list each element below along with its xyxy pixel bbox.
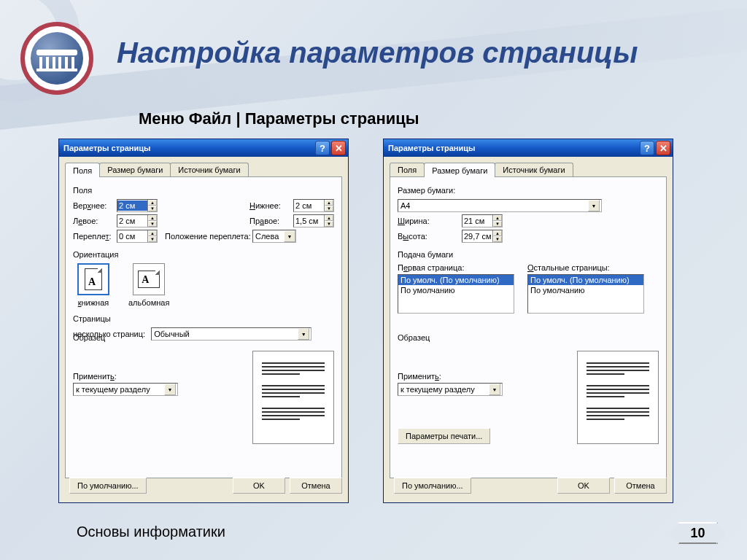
label-top: Верхнее:: [73, 201, 117, 210]
page-preview: [577, 351, 659, 444]
input-width[interactable]: ▲▼: [462, 214, 503, 228]
chevron-down-icon: ▼: [148, 206, 157, 211]
tab-paper-size[interactable]: Размер бумаги: [424, 163, 495, 177]
slide-footer: Основы информатики: [77, 524, 225, 540]
cancel-button[interactable]: Отмена: [614, 478, 667, 494]
help-icon[interactable]: ?: [640, 141, 654, 155]
tab-paper-source[interactable]: Источник бумаги: [170, 163, 248, 176]
ok-button[interactable]: OK: [557, 478, 610, 494]
group-margins-title: Поля: [73, 186, 334, 195]
label-first-page: Первая страница:: [398, 263, 514, 272]
input-margin-right[interactable]: ▲▼: [293, 214, 334, 228]
tab-paper-source[interactable]: Источник бумаги: [495, 163, 573, 176]
input-gutter[interactable]: ▲▼: [117, 230, 158, 243]
label-bottom: Нижнее:: [249, 201, 293, 210]
university-logo: [20, 22, 93, 95]
tab-paper-size[interactable]: Размер бумаги: [99, 163, 171, 176]
tab-fields[interactable]: Поля: [390, 163, 425, 176]
input-margin-top[interactable]: ▲▼: [117, 199, 158, 212]
window-title: Параметры страницы: [388, 144, 638, 152]
label-apply: Применить:: [73, 372, 178, 381]
close-icon[interactable]: ✕: [331, 141, 346, 155]
label-left: Левое:: [73, 217, 117, 225]
group-paper-size-title: Размер бумаги:: [398, 186, 659, 195]
combo-apply-to[interactable]: ▼: [73, 383, 178, 396]
chevron-down-icon: ▼: [588, 200, 600, 211]
chevron-down-icon: ▼: [489, 384, 500, 395]
combo-paper-size[interactable]: ▼: [398, 199, 602, 212]
slide-page-number: 10: [678, 522, 718, 544]
default-button[interactable]: По умолчанию...: [394, 478, 471, 494]
input-margin-left[interactable]: ▲▼: [117, 214, 158, 228]
label-other-pages: Остальные страницы:: [527, 263, 644, 272]
combo-apply-to[interactable]: ▼: [398, 383, 503, 396]
orientation-landscape[interactable]: A альбомная: [128, 263, 169, 307]
close-icon[interactable]: ✕: [656, 141, 670, 155]
list-item[interactable]: По умолч. (По умолчанию): [528, 275, 643, 285]
portrait-label: книжная: [78, 298, 109, 307]
slide-subtitle: Меню Файл | Параметры страницы: [139, 109, 419, 128]
help-icon[interactable]: ?: [315, 141, 330, 155]
slide-title: Настройка параметров страницы: [117, 36, 638, 69]
input-margin-bottom[interactable]: ▲▼: [293, 199, 334, 212]
list-item[interactable]: По умолчанию: [528, 285, 643, 295]
ok-button[interactable]: OK: [233, 478, 285, 494]
input-height[interactable]: ▲▼: [462, 230, 503, 243]
chevron-down-icon: ▼: [164, 384, 176, 395]
tab-fields[interactable]: Поля: [65, 163, 100, 177]
landscape-label: альбомная: [128, 298, 169, 307]
list-other-pages[interactable]: По умолч. (По умолчанию) По умолчанию: [527, 274, 644, 314]
page-setup-dialog-fields: Параметры страницы ? ✕ Поля Размер бумаг…: [58, 139, 349, 503]
group-sample-title: Образец: [73, 333, 105, 342]
group-pages-title: Страницы: [73, 314, 334, 323]
group-orientation-title: Ориентация: [73, 250, 334, 259]
orientation-portrait[interactable]: A книжная: [77, 263, 109, 307]
chevron-down-icon: ▼: [284, 230, 295, 242]
combo-multi-pages[interactable]: ▼: [151, 327, 311, 341]
combo-gutter-position[interactable]: ▼: [252, 230, 296, 243]
window-title: Параметры страницы: [63, 144, 314, 152]
list-item[interactable]: По умолч. (По умолчанию): [398, 275, 514, 285]
label-width: Ширина:: [398, 217, 462, 225]
default-button[interactable]: По умолчанию...: [69, 478, 147, 494]
chevron-down-icon: ▼: [298, 328, 309, 340]
page-preview: [252, 351, 334, 444]
chevron-up-icon: ▲: [148, 200, 157, 206]
label-gutter: Переплет:: [73, 232, 117, 241]
cancel-button[interactable]: Отмена: [290, 478, 342, 494]
print-options-button[interactable]: Параметры печати...: [398, 428, 490, 444]
label-height: Высота:: [398, 232, 462, 241]
group-sample-title: Образец: [398, 333, 430, 342]
list-item[interactable]: По умолчанию: [398, 285, 514, 295]
list-first-page[interactable]: По умолч. (По умолчанию) По умолчанию: [398, 274, 514, 314]
label-gutter-pos: Положение переплета:: [165, 232, 252, 241]
label-right: Правое:: [249, 217, 293, 225]
label-apply: Применить:: [398, 372, 503, 381]
titlebar[interactable]: Параметры страницы ? ✕: [59, 139, 348, 157]
titlebar[interactable]: Параметры страницы ? ✕: [384, 139, 673, 157]
group-feed-title: Подача бумаги: [398, 250, 659, 259]
page-setup-dialog-paper: Параметры страницы ? ✕ Поля Размер бумаг…: [383, 139, 673, 503]
